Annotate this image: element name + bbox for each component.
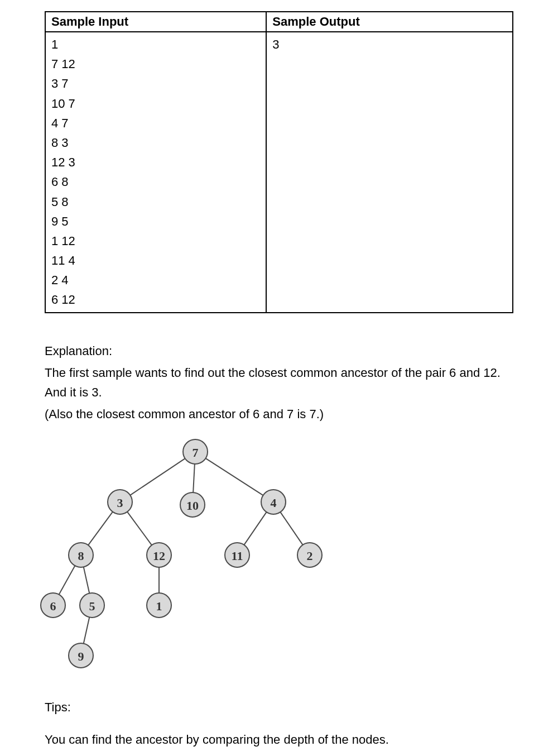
tree-node-10: 10 [180, 492, 205, 517]
tree-node-label: 4 [271, 496, 277, 510]
tips-line-1: You can find the ancestor by comparing t… [45, 730, 513, 749]
tree-node-label: 7 [193, 446, 199, 460]
sample-output-lines: 3 [272, 35, 507, 54]
tree-edge [59, 566, 75, 595]
sample-output-cell: 3 [266, 32, 513, 313]
explanation-line-1: The first sample wants to find out the c… [45, 363, 513, 402]
page: Sample Input Sample Output 1 7 12 3 7 10… [0, 0, 558, 756]
tree-node-label: 9 [78, 649, 84, 663]
header-sample-output: Sample Output [266, 12, 513, 32]
tree-node-label: 3 [117, 496, 123, 510]
tree-edge [193, 464, 195, 492]
tree-node-6: 6 [41, 593, 65, 618]
tree-node-label: 8 [78, 549, 84, 563]
tips-title: Tips: [45, 697, 513, 717]
tree-node-12: 12 [147, 543, 171, 567]
tree-edge [130, 459, 185, 496]
tree-edge [84, 618, 89, 644]
sample-input-lines: 1 7 12 3 7 10 7 4 7 8 3 12 3 6 8 5 8 9 5… [51, 35, 260, 310]
tree-node-9: 9 [69, 643, 93, 668]
sample-io-table: Sample Input Sample Output 1 7 12 3 7 10… [45, 11, 513, 313]
tree-node-label: 11 [232, 549, 243, 563]
tree-edge [206, 458, 263, 495]
tree-node-7: 7 [183, 439, 208, 464]
tree-node-label: 1 [156, 599, 162, 613]
tips-section: Tips: You can find the ancestor by compa… [45, 697, 513, 749]
tree-node-3: 3 [108, 490, 132, 514]
header-sample-input: Sample Input [45, 12, 266, 32]
tree-node-label: 2 [307, 549, 313, 563]
tree-edge [88, 512, 113, 546]
tree-edge [244, 513, 266, 546]
tree-node-label: 5 [89, 599, 95, 613]
explanation-section: Explanation: The first sample wants to f… [45, 341, 513, 424]
tree-svg: 731048121126519 [33, 435, 346, 675]
explanation-line-2: (Also the closest common ancestor of 6 a… [45, 404, 513, 424]
tree-node-8: 8 [69, 543, 93, 567]
tree-edge [280, 513, 302, 546]
tree-diagram: 731048121126519 [33, 435, 513, 675]
tree-edge [84, 567, 89, 594]
tree-node-label: 12 [153, 549, 165, 563]
tree-edge [127, 512, 152, 546]
tree-node-4: 4 [261, 490, 286, 514]
tree-node-label: 6 [50, 599, 56, 613]
tree-node-5: 5 [80, 593, 104, 618]
tree-node-11: 11 [225, 543, 249, 567]
tree-node-label: 10 [186, 499, 199, 513]
tree-node-1: 1 [147, 593, 171, 618]
tree-node-2: 2 [297, 543, 322, 567]
sample-input-cell: 1 7 12 3 7 10 7 4 7 8 3 12 3 6 8 5 8 9 5… [45, 32, 266, 313]
explanation-title: Explanation: [45, 341, 513, 361]
